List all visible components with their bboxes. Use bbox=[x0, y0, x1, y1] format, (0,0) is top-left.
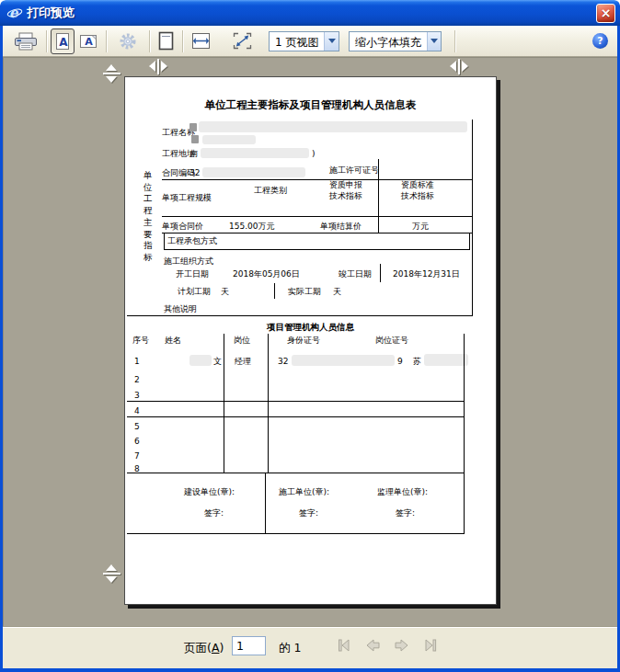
table-line bbox=[378, 159, 379, 233]
preview-area: 单位工程主要指标及项目管理机构人员信息表 工程名称 工程地址 南 ) 合同编码 … bbox=[3, 57, 617, 626]
redacted-text bbox=[189, 123, 197, 131]
settlement-price-unit: 万元 bbox=[412, 222, 429, 232]
page-number-input[interactable] bbox=[232, 636, 266, 655]
page-navigation bbox=[337, 638, 438, 653]
redacted-text bbox=[424, 354, 468, 366]
fit-page-button[interactable] bbox=[228, 28, 257, 54]
arrow-down-icon bbox=[106, 576, 117, 583]
toolbar-separator bbox=[106, 30, 107, 52]
table-line bbox=[127, 416, 464, 417]
redacted-text bbox=[201, 148, 309, 158]
font-fill-select[interactable]: 缩小字体填充 bbox=[349, 31, 442, 51]
svg-text:A: A bbox=[59, 35, 68, 48]
fit-width-icon bbox=[191, 32, 211, 50]
end-date-label: 竣工日期 bbox=[339, 269, 372, 279]
full-page-view-button[interactable] bbox=[154, 28, 178, 54]
left-margin-handle[interactable] bbox=[149, 57, 167, 75]
full-page-icon bbox=[158, 31, 174, 51]
table-row-no: 7 bbox=[134, 451, 140, 461]
toolbar: A A bbox=[3, 26, 617, 57]
project-address-suffix: ) bbox=[312, 149, 316, 159]
table-line bbox=[464, 334, 465, 534]
page-count-label: 的 1 bbox=[279, 641, 301, 656]
sign-label: 签字: bbox=[204, 508, 224, 518]
arrow-left-icon bbox=[149, 61, 155, 72]
page-setup-button[interactable] bbox=[113, 28, 143, 54]
table-line bbox=[127, 473, 464, 473]
last-page-icon bbox=[422, 638, 438, 653]
table-row-no: 6 bbox=[134, 437, 140, 447]
print-button[interactable] bbox=[9, 28, 42, 54]
print-preview-window: e 打印预览 × bbox=[0, 0, 620, 672]
first-page-icon bbox=[337, 638, 352, 653]
standard-label2: 技术指标 bbox=[401, 191, 434, 201]
first-page-button[interactable] bbox=[337, 638, 352, 653]
actual-duration-unit: 天 bbox=[333, 287, 341, 297]
row1-id-prefix: 32 bbox=[278, 357, 288, 367]
previous-page-button[interactable] bbox=[365, 638, 381, 653]
col-header-name: 姓名 bbox=[165, 336, 181, 346]
start-date-label: 开工日期 bbox=[176, 269, 209, 279]
previous-page-icon bbox=[365, 638, 381, 653]
construct-unit-label: 施工单位(章): bbox=[279, 487, 329, 497]
chevron-down-icon[interactable] bbox=[427, 32, 441, 51]
close-button[interactable]: × bbox=[596, 4, 615, 23]
next-page-icon bbox=[394, 638, 409, 653]
planned-duration-unit: 天 bbox=[221, 287, 229, 297]
redacted-text bbox=[199, 121, 467, 132]
title-bar: e 打印预览 × bbox=[0, 0, 620, 26]
svg-text:A: A bbox=[85, 36, 93, 48]
table-line bbox=[162, 233, 472, 233]
sign-label: 签字: bbox=[299, 508, 318, 518]
col-header-cert: 岗位证号 bbox=[375, 336, 408, 346]
redacted-text bbox=[292, 355, 395, 366]
table-line bbox=[162, 179, 472, 180]
table-line bbox=[162, 216, 472, 217]
redacted-text bbox=[191, 135, 199, 143]
contract-method-label: 工程承包方式 bbox=[167, 236, 217, 246]
top-margin-handle[interactable] bbox=[102, 64, 121, 83]
contract-price-value: 155.00万元 bbox=[229, 222, 275, 232]
table-row-no: 1 bbox=[134, 357, 140, 367]
help-button[interactable]: ? bbox=[592, 33, 608, 49]
fit-page-icon bbox=[233, 32, 252, 50]
last-page-button[interactable] bbox=[422, 638, 438, 653]
document-title: 单位工程主要指标及项目管理机构人员信息表 bbox=[125, 98, 496, 112]
declare-label2: 技术指标 bbox=[329, 191, 362, 201]
table-row-no: 4 bbox=[134, 406, 140, 416]
scale-label: 单项工程规模 bbox=[162, 193, 212, 203]
col-header-no: 序号 bbox=[132, 336, 149, 346]
arrow-right-icon bbox=[462, 61, 468, 72]
ie-icon: e bbox=[6, 5, 23, 21]
build-unit-label: 建设单位(章): bbox=[184, 487, 235, 497]
sign-label: 签字: bbox=[396, 508, 415, 518]
page-view-select[interactable]: 1 页视图 bbox=[269, 31, 339, 51]
printer-icon bbox=[14, 32, 38, 51]
supervise-unit-label: 监理单位(章): bbox=[377, 487, 428, 497]
chevron-down-icon[interactable] bbox=[324, 32, 339, 51]
col-header-id: 身份证号 bbox=[287, 336, 320, 346]
standard-label: 资质标准 bbox=[401, 180, 434, 190]
table-line bbox=[472, 120, 473, 316]
table-row-no: 2 bbox=[134, 375, 140, 385]
table-line bbox=[127, 315, 472, 316]
row1-name-suffix: 文 bbox=[213, 357, 222, 367]
project-address-prefix: 南 bbox=[189, 149, 198, 159]
font-fill-value: 缩小字体填充 bbox=[350, 32, 427, 51]
table-line bbox=[268, 334, 269, 473]
next-page-button[interactable] bbox=[394, 638, 409, 653]
settlement-price-label: 单项结算价 bbox=[320, 222, 362, 232]
redacted-text bbox=[202, 167, 305, 177]
landscape-page-icon: A bbox=[79, 33, 98, 49]
fit-width-button[interactable] bbox=[187, 28, 215, 54]
portrait-orientation-button[interactable]: A bbox=[51, 28, 75, 54]
right-margin-handle[interactable] bbox=[450, 57, 468, 75]
side-label: 单位工程主要指标 bbox=[144, 170, 155, 264]
landscape-orientation-button[interactable]: A bbox=[75, 28, 102, 54]
col-header-position: 岗位 bbox=[234, 336, 250, 346]
table-line bbox=[265, 473, 266, 534]
bottom-margin-handle[interactable] bbox=[102, 564, 121, 583]
row1-id-suffix: 9 bbox=[397, 357, 403, 367]
svg-text:e: e bbox=[9, 5, 19, 21]
redacted-text bbox=[189, 355, 212, 366]
